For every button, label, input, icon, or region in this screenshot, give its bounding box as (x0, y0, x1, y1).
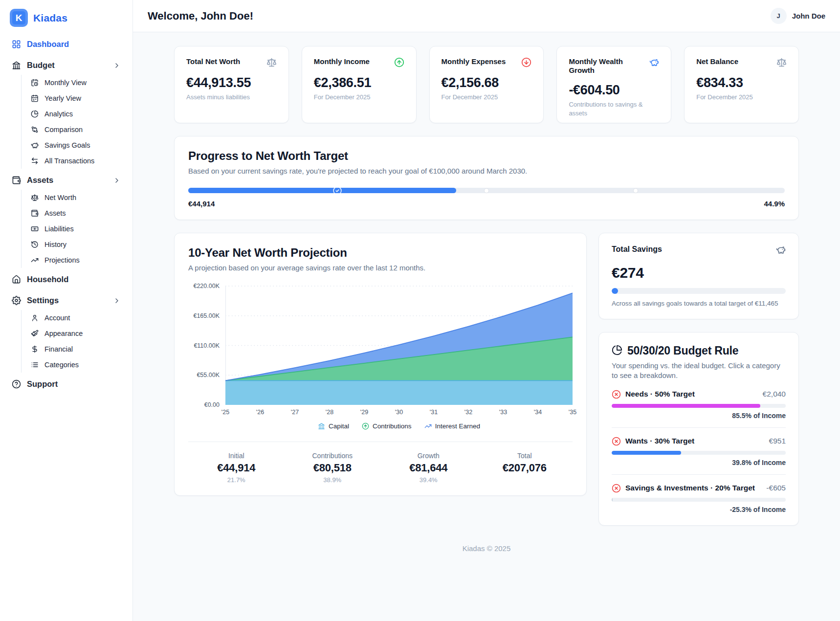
sidebar-item-label: Account (44, 314, 70, 322)
stat-card-caption: Assets minus liabilities (186, 93, 277, 102)
sidebar-item-label: Monthly View (44, 79, 87, 87)
sidebar-item-support[interactable]: Support (8, 375, 125, 394)
help-icon (12, 379, 21, 389)
brand-logo-badge: K (10, 9, 28, 27)
progress-percent: 44.9% (764, 200, 785, 208)
sidebar-item-history[interactable]: History (28, 237, 125, 252)
stat-card-title: Total Net Worth (186, 57, 240, 66)
sidebar-item-label: Appearance (44, 330, 83, 337)
calendar-icon (31, 94, 39, 102)
chart-stat-value: €44,914 (188, 462, 285, 474)
x-tick-label: '26 (256, 409, 264, 416)
chart-subtitle: A projection based on your average savin… (188, 264, 573, 272)
y-tick-label: €110.00K (194, 342, 220, 349)
sidebar-nav: DashboardBudgetMonthly ViewYearly ViewAn… (8, 35, 125, 394)
circle-arrow-down-icon (521, 57, 531, 67)
sidebar-item-label: Dashboard (27, 40, 69, 49)
circle-x-icon (612, 484, 621, 493)
progress-labels: €44,914 44.9% (188, 200, 785, 208)
x-tick-label: '25 (221, 409, 229, 416)
chart-stat-initial: Initial€44,91421.7% (188, 452, 285, 484)
chart-card: 10-Year Net Worth Projection A projectio… (174, 233, 587, 496)
sidebar-item-label: Financial (44, 345, 73, 353)
stat-card-total-net-worth: Total Net Worth€44,913.55Assets minus li… (174, 46, 289, 123)
sidebar-item-budget[interactable]: Budget (8, 56, 125, 75)
budget-category-savings-investments-20-target[interactable]: Savings & Investments · 20% Target-€605-… (612, 484, 786, 513)
sidebar-item-settings[interactable]: Settings (8, 291, 125, 310)
sidebar-item-financial[interactable]: Financial (28, 341, 125, 357)
budget-category-needs-50-target[interactable]: Needs · 50% Target€2,04085.5% of Income (612, 390, 786, 420)
sidebar-item-label: Assets (27, 176, 53, 185)
chart-stat-label: Growth (380, 452, 477, 460)
sidebar-item-label: Household (27, 275, 68, 284)
sidebar-item-categories[interactable]: Categories (28, 357, 125, 373)
budget-category-value: -€605 (766, 484, 786, 492)
budget-category-percent: -25.3% of Income (612, 506, 786, 513)
budget-category-wants-30-target[interactable]: Wants · 30% Target€95139.8% of Income (612, 437, 786, 466)
stat-card-caption: Contributions to savings & assets (569, 100, 659, 117)
user-menu[interactable]: J John Doe (771, 8, 825, 24)
bank-icon (12, 61, 21, 70)
budget-category-value: €2,040 (763, 390, 786, 399)
chart-stat-percent: 39.4% (380, 476, 477, 484)
sidebar-item-net-worth[interactable]: Net Worth (28, 190, 125, 205)
sidebar-item-appearance[interactable]: Appearance (28, 326, 125, 341)
sidebar-item-savings-goals[interactable]: Savings Goals (28, 137, 125, 153)
sidebar-item-monthly-view[interactable]: Monthly View (28, 75, 125, 90)
stat-card-caption: For December 2025 (314, 93, 404, 102)
progress-fill (188, 188, 456, 193)
milestone-check-icon (333, 186, 342, 195)
scale-icon (776, 57, 787, 67)
sidebar-item-all-transactions[interactable]: All Transactions (28, 153, 125, 169)
stat-card-caption: For December 2025 (442, 93, 532, 102)
x-tick-label: '31 (430, 409, 438, 416)
budget-category-label: Needs · 50% Target (625, 390, 695, 399)
pie-chart-icon (612, 345, 622, 357)
trending-up-icon (424, 422, 432, 430)
sidebar-item-label: Net Worth (44, 194, 76, 201)
stat-card-value: €2,156.68 (442, 75, 532, 90)
pie-icon (31, 110, 39, 118)
sidebar-item-liabilities[interactable]: Liabilities (28, 221, 125, 237)
sidebar-item-yearly-view[interactable]: Yearly View (28, 90, 125, 106)
history-icon (31, 241, 39, 248)
sidebar-item-projections[interactable]: Projections (28, 252, 125, 268)
dashboard-columns: 10-Year Net Worth Projection A projectio… (174, 233, 799, 526)
total-savings-title: Total Savings (612, 245, 662, 254)
sidebar-item-dashboard[interactable]: Dashboard (8, 35, 125, 54)
legend-label: Capital (329, 422, 349, 430)
budget-category-label: Wants · 30% Target (625, 437, 694, 445)
budget-category-bar (612, 498, 786, 502)
chart-stat-value: €81,644 (380, 462, 477, 474)
circle-x-icon (612, 390, 621, 399)
milestone-dot (634, 189, 638, 193)
chart-stat-growth: Growth€81,64439.4% (380, 452, 477, 484)
piggy-icon (31, 141, 39, 149)
legend-label: Contributions (373, 422, 412, 430)
sidebar-item-comparison[interactable]: Comparison (28, 122, 125, 137)
chart-x-axis: '25'26'27'28'29'30'31'32'33'34'35 (225, 409, 573, 419)
sidebar-item-analytics[interactable]: Analytics (28, 106, 125, 122)
sidebar-item-label: Settings (27, 296, 59, 305)
circle-x-icon (612, 437, 621, 446)
brand-logo[interactable]: K Kiadas (8, 7, 125, 28)
wallet-icon (12, 176, 21, 185)
budget-category-bar-fill (612, 498, 613, 502)
sidebar-submenu-assets: Net WorthAssetsLiabilitiesHistoryProject… (21, 190, 125, 268)
sidebar-item-assets[interactable]: Assets (8, 171, 125, 190)
scale-icon (266, 57, 277, 67)
budget-category-bar-fill (612, 404, 760, 408)
stat-card-value: €834.33 (696, 75, 787, 90)
right-column: Total Savings €274 Across all savings go… (598, 233, 799, 526)
stat-card-value: -€604.50 (569, 83, 659, 98)
total-savings-caption: Across all savings goals towards a total… (612, 300, 786, 307)
stat-card-title: Monthly Income (314, 57, 370, 66)
sidebar-item-account[interactable]: Account (28, 310, 125, 326)
x-tick-label: '33 (499, 409, 507, 416)
legend-label: Interest Earned (435, 422, 480, 430)
sidebar-item-household[interactable]: Household (8, 270, 125, 289)
sidebar-item-assets[interactable]: Assets (28, 205, 125, 221)
net-worth-progress-bar (188, 188, 785, 193)
stat-card-value: €2,386.51 (314, 75, 404, 90)
budget-category-value: €951 (769, 437, 786, 445)
